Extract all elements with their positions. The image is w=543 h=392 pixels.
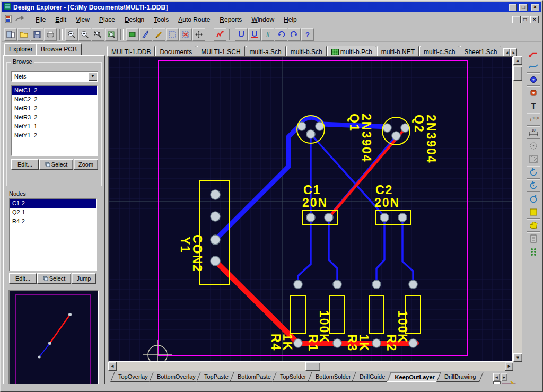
place-hatched-fill-icon[interactable] [527,153,540,165]
redo-icon[interactable] [288,28,301,41]
place-arc-center-icon[interactable] [527,179,540,192]
layer-tab-scroll-left[interactable]: ◄ [493,373,500,381]
place-dimension-icon[interactable]: 10 [527,126,540,139]
net-list-item[interactable]: NetR1_2 [12,104,97,113]
node-select-button[interactable]: Select [37,273,71,284]
design-manager-icon[interactable] [4,28,17,41]
net-edit-button[interactable]: Edit... [11,159,39,170]
doc-tab-multi-c-sch[interactable]: multi-c.Sch [419,46,459,57]
mdi-close-button[interactable]: × [530,16,539,23]
layer-tab-bottomoverlay[interactable]: BottomOverlay [149,372,203,382]
doc-tab-scroll-left[interactable]: ◄ [503,48,510,57]
doc-tab-multi-b-sch[interactable]: multi-b.Sch [286,46,327,57]
print-icon[interactable] [44,28,57,41]
node-jump-button[interactable]: Jump [72,273,96,284]
place-circle-icon[interactable] [527,193,540,205]
interactive-route-icon[interactable] [527,47,540,59]
scroll-left-icon[interactable]: ◄ [108,362,117,371]
node-list-item[interactable]: Q2-1 [10,208,96,217]
menu-edit[interactable]: Edit [50,14,71,25]
menu-window[interactable]: Window [247,14,279,25]
app-icon[interactable] [4,3,11,12]
menu-file[interactable]: File [31,14,50,25]
place-arc-edge-icon[interactable] [527,166,540,179]
zoom-area-icon[interactable] [92,28,104,41]
highlight-net-icon[interactable] [214,28,226,41]
menu-reports[interactable]: Reports [215,14,247,25]
net-list-item[interactable]: NetY1_1 [12,122,97,131]
place-via-icon[interactable] [527,73,540,86]
net-list[interactable]: NetC1_2 NetC2_2 NetR1_2 NetR3_2 NetY1_1 … [11,85,98,156]
net-list-item[interactable]: NetC2_2 [12,95,97,104]
doc-tab-multi-b-pcb[interactable]: multi-b.Pcb [327,46,376,57]
place-polygon-icon[interactable] [527,219,540,232]
zoom-document-icon[interactable] [105,28,118,41]
node-list-item[interactable]: R4-2 [10,217,96,226]
node-edit-button[interactable]: Edit... [9,273,37,284]
horizontal-scrollbar[interactable]: ◄ ► [108,362,513,371]
place-fill-icon[interactable] [527,206,540,219]
select-area-icon[interactable] [166,28,179,41]
mdi-restore-button[interactable]: □ [521,16,529,23]
node-list[interactable]: C1-2 Q2-1 R4-2 [9,198,97,271]
pcb-editor-canvas[interactable]: Q1 2N3904 Q2 2N3904 C1 20N C2 20N Y1 CON… [108,56,513,362]
layer-tab-scroll-right[interactable]: ► [501,373,507,381]
layer-tab-bottomsolder[interactable]: BottomSolder [308,372,358,382]
doc-tab-sheet1-sch[interactable]: Sheet1.Sch [460,46,501,57]
grid-toggle-icon[interactable]: # [261,28,274,41]
chevron-down-icon[interactable]: ▼ [89,72,97,81]
scroll-up-icon[interactable]: ▲ [513,56,522,65]
maximize-button[interactable]: □ [519,4,528,11]
net-zoom-button[interactable]: Zoom [74,159,98,170]
tab-explorer[interactable]: Explorer [4,43,38,55]
place-string-icon[interactable]: T [527,100,540,112]
scroll-down-icon[interactable]: ▼ [513,353,522,362]
document-icon[interactable] [4,14,14,25]
menu-design[interactable]: Design [120,14,149,25]
doc-tab-multi1-sch[interactable]: MULTI-1.SCH [197,46,244,57]
place-room-icon[interactable] [527,140,540,152]
help-icon[interactable]: ? [301,28,314,41]
node-list-item[interactable]: C1-2 [10,199,96,208]
horizontal-scroll-thumb[interactable] [305,362,320,371]
place-coordinate-icon[interactable]: +10,0 [527,113,540,126]
vertical-scroll-thumb[interactable] [513,66,522,81]
doc-tab-multi-b-net[interactable]: multi-b.NET [377,46,419,57]
menu-auto-route[interactable]: Auto Route [173,14,215,25]
minimize-button[interactable]: _ [509,4,517,11]
layer-tab-bottompaste[interactable]: BottomPaste [230,372,279,382]
menu-place[interactable]: Place [94,14,120,25]
menu-view[interactable]: View [71,14,94,25]
net-list-item[interactable]: NetC1_2 [12,86,97,95]
paste-array-icon[interactable] [527,232,540,245]
net-list-item[interactable]: NetY1_2 [12,131,97,140]
un-route-icon[interactable] [235,28,248,41]
deselect-all-icon[interactable] [179,28,192,41]
close-button[interactable]: × [531,4,539,11]
net-select-button[interactable]: Select [39,159,73,170]
net-preview-pane[interactable] [8,290,99,388]
browse-components-icon[interactable] [126,28,139,41]
undo-icon[interactable] [275,28,287,41]
place-spline-icon[interactable] [527,60,540,73]
doc-tab-multi1-ddb[interactable]: MULTI-1.DDB [107,46,155,57]
menu-arrow-icon[interactable] [15,15,25,24]
browse-mode-combo[interactable]: Nets ▼ [11,71,98,82]
doc-tab-documents[interactable]: Documents [155,46,196,57]
title-bar[interactable]: Design Explorer - [C:\My Documents\MULTI… [2,2,541,12]
tab-browse-pcb[interactable]: Browse PCB [36,43,82,55]
doc-tab-scroll-right[interactable]: ► [510,48,517,57]
place-pad-array-icon[interactable] [527,246,540,258]
vertical-scrollbar[interactable]: ▲ ▼ [513,56,522,362]
move-item-icon[interactable] [192,28,205,41]
save-document-icon[interactable] [31,28,43,41]
place-pad-icon[interactable] [527,86,540,99]
draw-track-icon[interactable] [153,28,165,41]
doc-tab-multi-a-sch[interactable]: multi-a.Sch [246,46,286,57]
zoom-in-icon[interactable] [65,28,78,41]
open-document-icon[interactable] [17,28,30,41]
layer-tab-keepoutlayer[interactable]: KeepOutLayer [387,372,443,382]
layer-tab-topoverlay[interactable]: TopOverlay [110,372,155,382]
net-list-item[interactable]: NetR3_2 [12,113,97,122]
auto-route-icon[interactable] [248,28,261,41]
